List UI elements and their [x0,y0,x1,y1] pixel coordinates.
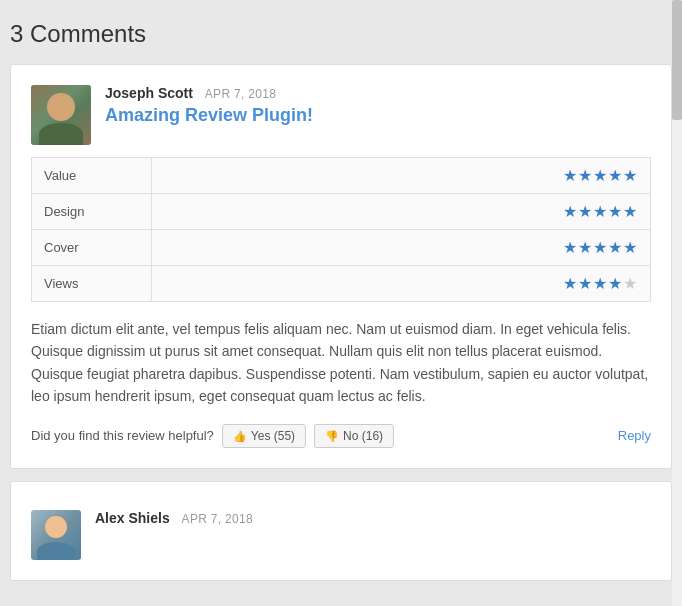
author-name-1: Joseph Scott [105,85,193,101]
comment-header-2: Alex Shiels APR 7, 2018 [31,510,651,560]
helpful-left: Did you find this review helpful? Yes (5… [31,424,394,448]
scrollbar-thumb[interactable] [672,0,682,120]
review-text-1: Etiam dictum elit ante, vel tempus felis… [31,318,651,408]
author-date-2: APR 7, 2018 [182,512,253,526]
no-label: No (16) [343,429,383,443]
rating-stars-views: ★★★★★ [152,266,651,302]
author-name-line-2: Alex Shiels APR 7, 2018 [95,510,651,526]
rating-row-cover: Cover ★★★★★ [32,230,651,266]
ratings-table: Value ★★★★★ Design ★★★★★ Cover ★★★★★ Vie… [31,157,651,302]
rating-label-cover: Cover [32,230,152,266]
comment-card-1: Joseph Scott APR 7, 2018 Amazing Review … [10,64,672,469]
rating-label-design: Design [32,194,152,230]
stars-cover: ★★★★★ [563,239,638,256]
stars-value: ★★★★★ [563,167,638,184]
rating-stars-cover: ★★★★★ [152,230,651,266]
stars-design: ★★★★★ [563,203,638,220]
comment-card-2: Alex Shiels APR 7, 2018 [10,481,672,581]
rating-stars-design: ★★★★★ [152,194,651,230]
helpful-row: Did you find this review helpful? Yes (5… [31,424,651,448]
rating-label-views: Views [32,266,152,302]
page-title: 3 Comments [10,20,672,48]
thumbs-up-icon [233,429,247,443]
star-empty-views: ★ [623,275,638,292]
author-name-line: Joseph Scott APR 7, 2018 [105,85,651,101]
author-info-2: Alex Shiels APR 7, 2018 [95,510,651,526]
no-button[interactable]: No (16) [314,424,394,448]
comment-header-1: Joseph Scott APR 7, 2018 Amazing Review … [31,85,651,145]
avatar-1 [31,85,91,145]
yes-button[interactable]: Yes (55) [222,424,306,448]
rating-stars-value: ★★★★★ [152,158,651,194]
author-date-1: APR 7, 2018 [205,87,276,101]
reply-link-1[interactable]: Reply [618,428,651,443]
author-info-1: Joseph Scott APR 7, 2018 Amazing Review … [105,85,651,126]
author-name-2: Alex Shiels [95,510,170,526]
rating-row-views: Views ★★★★★ [32,266,651,302]
scrollbar-track[interactable] [672,0,682,606]
review-title-1: Amazing Review Plugin! [105,105,651,126]
rating-label-value: Value [32,158,152,194]
helpful-question: Did you find this review helpful? [31,428,214,443]
yes-label: Yes (55) [251,429,295,443]
thumbs-down-icon [325,429,339,443]
avatar-2 [31,510,81,560]
rating-row-design: Design ★★★★★ [32,194,651,230]
rating-row-value: Value ★★★★★ [32,158,651,194]
stars-views: ★★★★★ [563,275,638,292]
